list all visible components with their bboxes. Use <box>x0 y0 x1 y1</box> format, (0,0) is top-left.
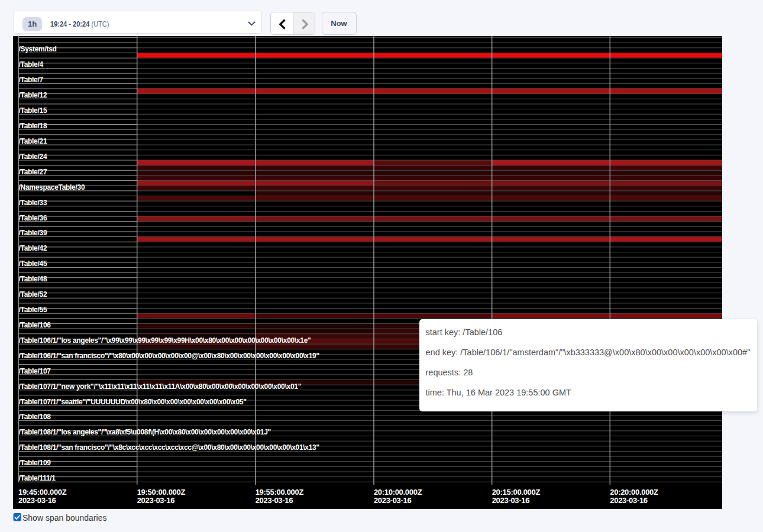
svg-text:/Table/106/1/"los angeles"/"\x: /Table/106/1/"los angeles"/"\x99\x99\x99… <box>19 336 311 344</box>
svg-text:/Table/27: /Table/27 <box>19 167 47 176</box>
svg-text:20:15:00.000Z: 20:15:00.000Z <box>492 487 541 496</box>
svg-text:2023-03-16: 2023-03-16 <box>492 495 530 504</box>
svg-text:/Table/42: /Table/42 <box>19 244 47 252</box>
svg-text:2023-03-16: 2023-03-16 <box>374 495 412 504</box>
svg-text:/Table/111/1: /Table/111/1 <box>19 474 56 482</box>
svg-text:/Table/36: /Table/36 <box>19 213 47 222</box>
svg-text:/System/tsd: /System/tsd <box>19 45 57 53</box>
svg-text:19:50:00.000Z: 19:50:00.000Z <box>137 487 186 496</box>
svg-text:19:55:00.000Z: 19:55:00.000Z <box>256 487 304 496</box>
svg-text:/NamespaceTable/30: /NamespaceTable/30 <box>19 183 85 191</box>
svg-text:/Table/21: /Table/21 <box>19 137 47 145</box>
svg-text:/Table/108/1/"los angeles"/"\x: /Table/108/1/"los angeles"/"\xa8\xf5\u00… <box>19 428 271 436</box>
svg-text:/Table/108: /Table/108 <box>19 413 51 421</box>
svg-text:2023-03-16: 2023-03-16 <box>256 495 293 504</box>
svg-text:/Table/106: /Table/106 <box>19 320 51 329</box>
svg-text:/Table/108/1/"san francisco"/": /Table/108/1/"san francisco"/"\x8c\xcc\x… <box>19 443 319 452</box>
svg-text:/Table/33: /Table/33 <box>19 198 47 206</box>
svg-text:/Table/106/1/"san francisco"/": /Table/106/1/"san francisco"/"\x80\x00\x… <box>19 351 319 359</box>
svg-text:/Table/48: /Table/48 <box>19 275 47 283</box>
svg-text:/Table/107/1/"seattle"/"UUUUUU: /Table/107/1/"seattle"/"UUUUUUD\x00\x80\… <box>19 397 247 406</box>
svg-text:/Table/7: /Table/7 <box>19 76 44 84</box>
svg-text:20:20:00.000Z: 20:20:00.000Z <box>610 487 658 496</box>
svg-text:/Table/39: /Table/39 <box>19 229 47 237</box>
svg-text:/Table/18: /Table/18 <box>19 122 47 130</box>
svg-text:/Table/24: /Table/24 <box>19 152 47 160</box>
svg-text:/Table/45: /Table/45 <box>19 259 47 268</box>
svg-text:/Table/52: /Table/52 <box>19 290 47 299</box>
svg-text:2023-03-16: 2023-03-16 <box>137 495 175 504</box>
svg-text:/Table/107: /Table/107 <box>19 366 51 375</box>
svg-text:20:10:00.000Z: 20:10:00.000Z <box>374 487 422 496</box>
svg-text:2023-03-16: 2023-03-16 <box>18 495 56 504</box>
svg-text:/Table/15: /Table/15 <box>19 106 47 115</box>
svg-text:/Table/4: /Table/4 <box>19 60 44 69</box>
svg-text:/Table/109: /Table/109 <box>19 459 51 467</box>
svg-text:19:45:00.000Z: 19:45:00.000Z <box>18 487 67 496</box>
svg-text:2023-03-16: 2023-03-16 <box>610 495 648 504</box>
svg-text:/Table/12: /Table/12 <box>19 91 47 99</box>
svg-text:/Table/107/1/"new york"/"\x11\: /Table/107/1/"new york"/"\x11\x11\x11\x1… <box>19 382 302 390</box>
svg-text:/Table/55: /Table/55 <box>19 306 47 314</box>
